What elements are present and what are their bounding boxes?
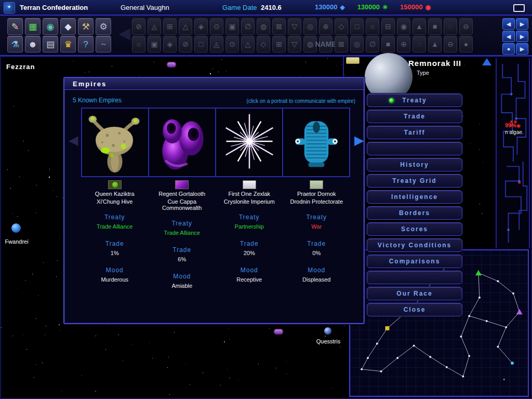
map-star-node[interactable] <box>486 320 488 322</box>
toolbar-button-r1-11[interactable]: ▽ <box>288 18 301 35</box>
ship-sprite[interactable] <box>167 62 176 67</box>
map-star-node[interactable] <box>505 326 507 328</box>
toolbar-button-r1-14[interactable]: ◇ <box>335 18 348 35</box>
map-star-node[interactable] <box>429 356 431 358</box>
map-star-node[interactable] <box>396 357 398 359</box>
toolbar-button-r2-19[interactable]: ◌ <box>413 36 426 52</box>
sidebar-button-history[interactable]: History <box>367 158 462 171</box>
toolbar-button-r2-5[interactable]: □ <box>194 36 208 52</box>
empire-portrait-3[interactable] <box>216 109 283 176</box>
map-star-node[interactable] <box>497 280 499 282</box>
toolbar-button-r2-15[interactable]: ◎ <box>350 36 364 52</box>
planet-sprite-fwandrei[interactable] <box>11 223 21 233</box>
toolbar-button-r2-14[interactable]: ⊠ <box>335 36 348 52</box>
toolbar-button-r2-22[interactable]: ● <box>459 36 473 52</box>
panel-up-arrow[interactable] <box>482 58 491 65</box>
toolbar-button-r1-19[interactable]: ▲ <box>413 18 426 35</box>
map-star-node[interactable] <box>446 366 448 368</box>
help-button[interactable]: ? <box>78 36 94 52</box>
nav-arrow-3-2[interactable]: ▶ <box>516 43 528 55</box>
toolbar-button-r1-20[interactable]: ■ <box>428 18 442 35</box>
toolbar-button-r1-21[interactable]: ◌ <box>444 18 457 35</box>
intel-button[interactable]: ☻ <box>25 36 41 52</box>
nav-arrow-1-1[interactable]: ◀ <box>502 18 515 30</box>
construction-button[interactable]: ⚒ <box>78 18 94 35</box>
empire-emblem-icon[interactable] <box>4 2 15 14</box>
map-star-node[interactable] <box>380 370 382 373</box>
toolbar-button-r1-9[interactable]: ◍ <box>257 18 270 35</box>
sidebar-button-our-race[interactable]: Our Race <box>367 287 462 300</box>
ship-sprite[interactable] <box>274 329 283 334</box>
research-button[interactable]: ⚗ <box>7 36 23 52</box>
scroll-right-arrow-icon[interactable]: ▶ <box>354 134 364 147</box>
repair-button[interactable]: ⚙ <box>96 18 111 35</box>
sidebar-button-scores[interactable]: Scores <box>367 222 462 236</box>
empire-portrait-2[interactable] <box>149 109 216 176</box>
toolbar-button-r2-8[interactable]: △ <box>241 36 255 52</box>
map-star-node[interactable] <box>497 345 499 348</box>
toolbar-button-r1-4[interactable]: △ <box>179 18 192 35</box>
empires-window-titlebar[interactable]: Empires <box>64 78 364 90</box>
map-star-node[interactable] <box>462 376 464 378</box>
toolbar-button-r2-17[interactable]: ■ <box>381 36 395 52</box>
toolbar-button-r2-21[interactable]: ⊖ <box>444 36 457 52</box>
map-star-node[interactable] <box>361 368 363 370</box>
toolbar-button-r2-10[interactable]: ⊞ <box>272 36 286 52</box>
sidebar-button-close[interactable]: Close <box>367 303 462 316</box>
toolbar-collapse-arrow-icon[interactable]: ◀ <box>118 24 130 42</box>
sidebar-button-victory-conditions[interactable]: Victory Conditions <box>367 238 462 252</box>
toolbar-button-r1-2[interactable]: ◬ <box>148 18 161 35</box>
map-star-node[interactable] <box>460 336 462 338</box>
nav-arrow-2-1[interactable]: ◀ <box>502 31 515 42</box>
sidebar-button-tariff[interactable]: Tariff <box>367 126 462 139</box>
nav-arrow-1-2[interactable]: ▶ <box>516 18 528 30</box>
toolbar-button-r2-11[interactable]: ▽ <box>288 36 301 52</box>
toolbar-button-r2-16[interactable]: ∅ <box>366 36 379 52</box>
toolbar-button-r1-5[interactable]: ◈ <box>194 18 208 35</box>
planets-button[interactable]: ◉ <box>43 18 58 35</box>
sidebar-button-comparisons[interactable]: Comparisons <box>367 255 462 268</box>
map-star-node[interactable] <box>468 315 470 317</box>
sidebar-button-treaty-grid[interactable]: Treaty Grid <box>367 174 462 188</box>
map-star-node[interactable] <box>512 292 514 295</box>
toolbar-button-r1-17[interactable]: ⊟ <box>381 18 395 35</box>
toolbar-button-r1-12[interactable]: ◎ <box>303 18 317 35</box>
colonies-button[interactable]: ▦ <box>25 18 41 35</box>
toolbar-button-r1-6[interactable]: ⊙ <box>210 18 223 35</box>
planet-sprite-quesstris[interactable] <box>324 327 331 335</box>
options-button[interactable]: ~ <box>96 36 111 52</box>
sidebar-button-treaty[interactable]: Treaty <box>367 94 462 107</box>
sidebar-button-intelligence[interactable]: Intelligence <box>367 190 462 204</box>
cargo-folder-icon[interactable] <box>346 57 360 64</box>
sidebar-button-trade[interactable]: Trade <box>367 110 462 123</box>
toolbar-button-r2-9[interactable]: ◇ <box>257 36 270 52</box>
toolbar-button-r1-7[interactable]: ▣ <box>225 18 239 35</box>
toolbar-button-r1-3[interactable]: ⊞ <box>163 18 177 35</box>
map-star-node[interactable] <box>478 297 481 299</box>
toolbar-button-r1-13[interactable]: ⊕ <box>319 18 332 35</box>
toolbar-button-r1-1[interactable]: ⊘ <box>132 18 145 35</box>
sidebar-button-borders[interactable]: Borders <box>367 206 462 220</box>
toolbar-button-r2-7[interactable]: ⊙ <box>225 36 239 52</box>
nav-arrow-3-1[interactable]: ● <box>502 43 515 55</box>
toolbar-button-r1-22[interactable]: ⊖ <box>459 18 473 35</box>
toolbar-button-r1-15[interactable]: □ <box>350 18 364 35</box>
toolbar-button-r2-6[interactable]: ◬ <box>210 36 223 52</box>
log-button[interactable]: ✎ <box>7 18 23 35</box>
toolbar-button-r2-18[interactable]: ⊕ <box>397 36 410 52</box>
toolbar-button-r2-13[interactable]: NAME <box>319 36 332 52</box>
window-button[interactable] <box>513 4 525 12</box>
map-star-node[interactable] <box>376 342 378 344</box>
toolbar-button-r1-10[interactable]: ⊠ <box>272 18 286 35</box>
toolbar-button-r1-8[interactable]: ∅ <box>241 18 255 35</box>
toolbar-button-r1-18[interactable]: ◉ <box>397 18 410 35</box>
toolbar-button-r2-20[interactable]: ▲ <box>428 36 442 52</box>
nav-arrow-2-2[interactable]: ▶ <box>516 31 528 42</box>
toolbar-button-r2-3[interactable]: ◈ <box>163 36 177 52</box>
empires-button[interactable]: ♛ <box>60 36 76 52</box>
map-star-node[interactable] <box>468 355 470 357</box>
designs-button[interactable]: ▤ <box>43 36 58 52</box>
toolbar-button-r2-4[interactable]: ⊘ <box>179 36 192 52</box>
toolbar-button-r2-1[interactable]: ○ <box>132 36 145 52</box>
map-star-node[interactable] <box>413 344 415 347</box>
